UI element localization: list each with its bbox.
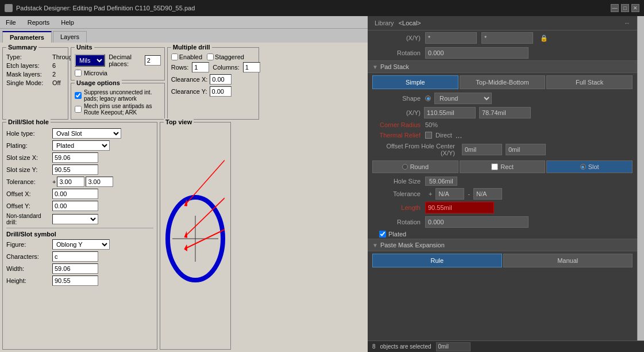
height-input[interactable] xyxy=(52,276,98,286)
rotation-label: Rotation xyxy=(375,49,421,56)
manual-button[interactable]: Manual xyxy=(503,254,633,267)
pad-xy-y-input[interactable] xyxy=(479,107,531,118)
drill-type-group: Round Rect Slot xyxy=(372,160,633,173)
slot-radio xyxy=(580,164,586,170)
staggered-checkbox[interactable] xyxy=(207,53,214,60)
tol-minus: - xyxy=(468,190,470,197)
tab-parameters[interactable]: Parameters xyxy=(2,31,52,43)
figure-select[interactable]: Oblong Y xyxy=(52,239,110,250)
menu-reports[interactable]: Reports xyxy=(24,18,53,27)
menu-file[interactable]: File xyxy=(2,18,20,27)
paste-mask-header: ▼ Paste Mask Expansion xyxy=(368,239,637,251)
thermal-more-button[interactable]: ... xyxy=(456,131,462,140)
left-panel: File Reports Help Parameters Layers Summ… xyxy=(0,16,368,352)
enabled-label: Enabled xyxy=(179,53,202,60)
microvia-checkbox[interactable] xyxy=(75,70,82,76)
slot-size-y-input[interactable] xyxy=(52,164,98,175)
drill-rotation-input[interactable] xyxy=(425,216,529,228)
width-label: Width: xyxy=(6,265,52,272)
enabled-checkbox[interactable] xyxy=(171,53,178,60)
corner-radius-value: 50% xyxy=(425,121,438,128)
characters-input[interactable] xyxy=(52,251,98,262)
tolerance-neg-input[interactable] xyxy=(86,177,113,187)
pad-xy-row: (X/Y) xyxy=(368,105,637,120)
tol-plus-input[interactable] xyxy=(435,188,464,200)
suppress-checkbox[interactable] xyxy=(75,92,82,99)
xy-x-input[interactable] xyxy=(425,32,477,44)
mech-checkbox[interactable] xyxy=(75,106,82,113)
clearance-y-label: Clearance Y: xyxy=(171,88,207,95)
slot-drill-button[interactable]: Slot xyxy=(546,160,633,173)
tolerance-pos-input[interactable] xyxy=(57,177,84,187)
offset-y-input[interactable] xyxy=(52,201,98,211)
status-value-input[interactable] xyxy=(436,342,471,351)
slot-size-y-label: Slot size Y: xyxy=(6,166,52,173)
multiple-drill-group: Multiple drill Enabled Staggered xyxy=(167,47,259,120)
menu-help[interactable]: Help xyxy=(57,18,78,27)
maximize-button[interactable]: □ xyxy=(621,4,629,12)
rect-drill-button[interactable]: Rect xyxy=(460,160,546,173)
clearance-x-label: Clearance X: xyxy=(171,76,208,83)
rotation-row: Rotation xyxy=(368,45,637,60)
plating-label: Plating: xyxy=(6,142,52,149)
summary-title: Summary xyxy=(6,44,38,51)
top-middle-bottom-button[interactable]: Top-Middle-Bottom xyxy=(460,75,546,89)
units-select[interactable]: Mils xyxy=(75,54,105,67)
shape-select[interactable]: Round Square Oblong Rectangle xyxy=(434,93,492,104)
length-input[interactable] xyxy=(425,202,494,213)
height-label: Height: xyxy=(6,277,52,284)
non-std-select[interactable] xyxy=(52,214,98,224)
tolerance-plus: + xyxy=(52,178,56,185)
tol-minus-input[interactable] xyxy=(473,188,502,200)
right-panel: Library <Local> ↔ (X/Y) 🔒 Rotation xyxy=(368,16,644,352)
rows-label: Rows: xyxy=(171,64,189,71)
paste-mask-title: Paste Mask Expansion xyxy=(380,242,445,248)
thermal-checkbox[interactable] xyxy=(425,132,432,139)
columns-input[interactable] xyxy=(243,62,260,72)
offset-x-input[interactable] xyxy=(52,189,98,199)
drill-slot-group: Drill/Slot hole Hole type: Oval Slot Pla… xyxy=(2,122,157,350)
pad-stack-title: Pad Stack xyxy=(380,63,409,70)
plating-select[interactable]: Plated Non-Plated xyxy=(52,140,110,151)
close-button[interactable]: ✕ xyxy=(631,4,639,12)
mask-label: Mask layers: xyxy=(6,71,52,78)
shape-row: Shape Round Square Oblong Rectangle xyxy=(368,91,637,105)
rows-input[interactable] xyxy=(192,62,209,72)
rect-checkbox[interactable] xyxy=(491,163,498,170)
staggered-label: Staggered xyxy=(215,53,244,60)
shape-radio xyxy=(425,95,431,101)
hole-type-select[interactable]: Oval Slot xyxy=(52,128,121,139)
thermal-relief-label: Thermal Relief xyxy=(375,132,421,139)
slot-size-x-label: Slot size X: xyxy=(6,154,52,161)
corner-radius-row: Corner Radius 50% xyxy=(368,120,637,129)
xy-label: (X/Y) xyxy=(375,35,421,41)
multiple-drill-title: Multiple drill xyxy=(171,44,212,51)
clearance-y-input[interactable] xyxy=(210,86,232,97)
full-stack-button[interactable]: Full Stack xyxy=(546,75,633,89)
tab-layers[interactable]: Layers xyxy=(53,31,87,43)
pad-xy-x-input[interactable] xyxy=(424,107,476,118)
etch-label: Etch layers: xyxy=(6,62,52,69)
offset-y-input[interactable] xyxy=(506,144,546,155)
round-drill-button[interactable]: Round xyxy=(372,160,458,173)
usage-options-group: Usage options Suppress unconnected int. … xyxy=(71,83,165,120)
plated-checkbox[interactable] xyxy=(379,231,386,238)
rule-button[interactable]: Rule xyxy=(372,254,502,267)
width-input[interactable] xyxy=(52,263,98,274)
simple-button[interactable]: Simple xyxy=(372,75,458,89)
rotation-input[interactable] xyxy=(425,47,529,59)
drill-rotation-row: Rotation xyxy=(368,215,637,229)
xy-y-input[interactable] xyxy=(481,32,533,44)
scroll-bar[interactable] xyxy=(637,16,644,340)
non-std-label: Non-standard drill: xyxy=(6,213,52,225)
round-radio xyxy=(402,164,408,170)
mask-value: 2 xyxy=(52,71,56,78)
slot-size-x-input[interactable] xyxy=(52,152,98,163)
minimize-button[interactable]: — xyxy=(611,4,619,12)
clearance-x-input[interactable] xyxy=(210,74,232,85)
offset-x-input[interactable] xyxy=(462,144,502,155)
decimal-input[interactable] xyxy=(145,55,161,66)
characters-label: Characters: xyxy=(6,253,52,260)
hole-size-label: Hole Size xyxy=(375,178,421,185)
offset-label: Offset From Hole Center (X/Y) xyxy=(375,143,455,156)
